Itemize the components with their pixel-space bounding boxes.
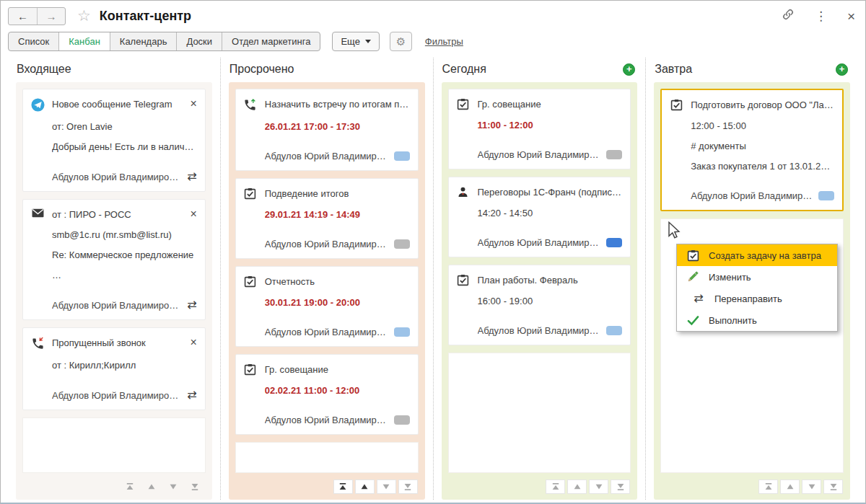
card-footer: Абдулов Юрий Владимиро…	[478, 149, 623, 160]
link-icon[interactable]	[782, 8, 795, 24]
column-header: Завтра+	[654, 58, 850, 82]
list-nav-row	[235, 479, 419, 497]
status-badge	[394, 151, 410, 161]
card-footer: Абдулов Юрий Владимиро…	[265, 415, 410, 425]
nav-up-button[interactable]	[567, 479, 587, 494]
add-task-button[interactable]: +	[623, 63, 635, 76]
nav-down-button[interactable]	[164, 479, 183, 494]
kanban-card[interactable]: Подведение итогов29.01.21 14:19 - 14:49А…	[235, 178, 419, 259]
filters-link[interactable]: Фильтры	[425, 36, 463, 47]
favorite-star-icon[interactable]: ☆	[77, 9, 91, 24]
tab-calendar[interactable]: Календарь	[110, 32, 178, 50]
history-nav-group: ← →	[8, 7, 66, 25]
close-icon[interactable]: ×	[847, 9, 855, 23]
nav-up-button[interactable]	[355, 479, 375, 494]
nav-down-button[interactable]	[377, 479, 396, 494]
column-header: Просрочено	[229, 58, 425, 82]
card-title: План работы. Февраль	[478, 273, 623, 286]
mail-icon	[30, 208, 45, 218]
task-icon	[669, 98, 683, 111]
nav-last-button[interactable]	[611, 479, 630, 494]
card-footer: Абдулов Юрий Владимиро…⇄	[52, 171, 197, 182]
assignee-label: Абдулов Юрий Владимиро…	[52, 172, 181, 182]
column-panel: Гр. совещание11:00 - 12:00Абдулов Юрий В…	[442, 82, 638, 500]
kanban-card[interactable]: Гр. совещание02.02.21 11:00 - 12:00Абдул…	[235, 354, 419, 435]
settings-gear-button[interactable]: ⚙	[390, 32, 412, 51]
card-head: Новое сообщение Telegram×	[30, 97, 197, 112]
back-button[interactable]: ←	[9, 8, 37, 25]
card-footer: Абдулов Юрий Владимиро…	[265, 239, 410, 249]
nav-down-button[interactable]	[802, 479, 821, 494]
view-tabs: СписокКанбанКалендарьДоскиОтдел маркетин…	[8, 32, 320, 51]
nav-up-button[interactable]	[142, 479, 162, 494]
nav-up-button[interactable]	[780, 479, 800, 494]
menu-item-edit[interactable]: Изменить	[677, 266, 837, 288]
kanban-card[interactable]: Гр. совещание11:00 - 12:00Абдулов Юрий В…	[448, 89, 631, 169]
kanban-card[interactable]: Отчетность30.01.21 19:00 - 20:00Абдулов …	[235, 266, 419, 347]
nav-last-button[interactable]	[398, 479, 418, 494]
task-icon	[686, 249, 699, 262]
kanban-card[interactable]: Подготовить договор ООО "Лав…12:00 - 15:…	[660, 89, 844, 211]
card-due-date: 30.01.21 19:00 - 20:00	[265, 297, 410, 308]
more-button[interactable]: Еще	[332, 32, 379, 51]
tab-list[interactable]: Список	[9, 32, 59, 50]
menu-item-create-task-tomorrow[interactable]: Создать задачу на завтра	[677, 244, 837, 266]
nav-first-button[interactable]	[758, 479, 778, 494]
column-overdue: ПросроченоНазначить встречу по итогам пр…	[220, 58, 433, 500]
card-line: smb@1c.ru (mr.smb@list.ru)	[52, 229, 197, 240]
status-badge	[818, 191, 834, 200]
column-panel: Новое сообщение Telegram×от: Oren LavieД…	[16, 82, 212, 500]
add-task-button[interactable]: +	[836, 63, 848, 76]
redirect-icon[interactable]: ⇄	[187, 171, 196, 182]
column-title: Сегодня	[442, 63, 486, 76]
column-inbox: ВходящееНовое сообщение Telegram×от: Ore…	[8, 58, 220, 500]
app-window: ← → ☆ Контакт-центр ⋮ × СписокКанбанКале…	[0, 0, 866, 504]
call-out-icon	[243, 97, 258, 112]
kebab-menu-icon[interactable]: ⋮	[815, 10, 827, 22]
task-icon	[456, 97, 471, 110]
card-head: Подведение итогов	[243, 187, 410, 200]
page-title: Контакт-центр	[100, 9, 191, 24]
card-line: …	[52, 270, 197, 280]
kanban-card[interactable]: Переговоры 1С-Франч (подписк…14:20 - 14:…	[448, 177, 631, 257]
menu-item-redirect[interactable]: ⇄Перенаправить	[677, 288, 837, 309]
card-head: План работы. Февраль	[456, 273, 623, 286]
kanban-card[interactable]: от : ПИРО - РОСС×smb@1c.ru (mr.smb@list.…	[22, 199, 206, 320]
card-line: 14:20 - 14:50	[478, 208, 623, 218]
redirect-icon[interactable]: ⇄	[187, 389, 196, 401]
empty-list-area	[235, 442, 419, 473]
nav-last-button[interactable]	[185, 479, 205, 494]
card-close-icon[interactable]: ×	[190, 97, 196, 110]
tab-boards[interactable]: Доски	[177, 32, 222, 50]
chevron-down-icon	[365, 40, 371, 43]
nav-down-button[interactable]	[589, 479, 608, 494]
assignee-label: Абдулов Юрий Владимиро…	[265, 415, 388, 425]
tab-kanban[interactable]: Канбан	[59, 32, 110, 50]
more-button-label: Еще	[341, 36, 359, 47]
kanban-card[interactable]: Пропущенный звонок×от : Кирилл;КириллАбд…	[22, 327, 206, 410]
assignee-label: Абдулов Юрий Владимиро…	[52, 300, 181, 311]
card-line: Добрый день! Есть ли в наличи…	[52, 141, 197, 152]
nav-last-button[interactable]	[823, 479, 843, 494]
empty-list-area	[22, 417, 206, 473]
nav-first-button[interactable]	[333, 479, 353, 494]
tab-marketing[interactable]: Отдел маркетинга	[222, 32, 320, 50]
menu-item-complete[interactable]: Выполнить	[677, 309, 837, 331]
kanban-card[interactable]: Новое сообщение Telegram×от: Oren LavieД…	[22, 89, 206, 192]
card-title: Отчетность	[265, 275, 410, 287]
card-line: 12:00 - 15:00	[691, 120, 834, 131]
kanban-card[interactable]: Назначить встречу по итогам пр…26.01.21 …	[235, 89, 419, 171]
status-badge	[606, 326, 622, 335]
nav-first-button[interactable]	[546, 479, 565, 494]
card-title: Назначить встречу по итогам пр…	[265, 97, 410, 110]
card-title: Гр. совещание	[265, 363, 410, 375]
redirect-icon[interactable]: ⇄	[187, 299, 196, 311]
card-close-icon[interactable]: ×	[190, 208, 196, 220]
kanban-card[interactable]: План работы. Февраль16:00 - 19:00Абдулов…	[448, 265, 631, 345]
card-head: Подготовить договор ООО "Лав…	[669, 98, 834, 111]
forward-button[interactable]: →	[37, 8, 65, 25]
task-icon	[456, 273, 471, 286]
status-badge	[606, 150, 622, 159]
card-close-icon[interactable]: ×	[190, 336, 196, 348]
nav-first-button[interactable]	[121, 479, 140, 494]
